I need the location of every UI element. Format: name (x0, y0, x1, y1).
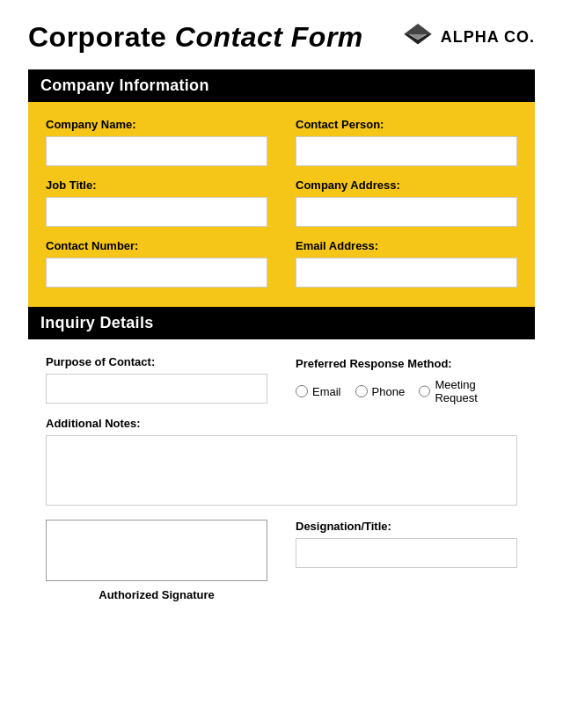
company-name-group: Company Name: (46, 118, 267, 166)
page-header: Corporate Contact Form ALPHA CO. (28, 21, 535, 54)
job-title-group: Job Title: (46, 178, 267, 227)
response-method-col: Preferred Response Method: Email Phone M… (296, 355, 517, 404)
title-italic: Contact Form (175, 21, 363, 53)
email-address-input[interactable] (296, 258, 517, 288)
purpose-col: Purpose of Contact: (46, 355, 267, 404)
company-address-label: Company Address: (296, 178, 517, 192)
logo-icon (402, 22, 434, 54)
designation-input[interactable] (296, 538, 517, 568)
radio-meeting-input[interactable] (419, 385, 430, 397)
company-row-2: Job Title: Company Address: (46, 178, 517, 227)
notes-group: Additional Notes: (46, 417, 517, 506)
contact-number-group: Contact Number: (46, 239, 267, 288)
notes-section: Additional Notes: (46, 417, 517, 506)
job-title-label: Job Title: (46, 178, 267, 192)
radio-phone-input[interactable] (355, 385, 368, 397)
signature-input-box[interactable] (46, 520, 267, 581)
svg-marker-2 (404, 24, 432, 34)
company-logo: ALPHA CO. (402, 22, 535, 54)
signature-row: Authorized Signature Designation/Title: (46, 520, 517, 601)
response-method-radio-group: Email Phone Meeting Request (296, 378, 517, 404)
company-name-input[interactable] (46, 136, 267, 166)
notes-textarea[interactable] (46, 435, 517, 506)
authorized-signature-label: Authorized Signature (99, 588, 214, 601)
inquiry-row-1: Purpose of Contact: Preferred Response M… (46, 355, 517, 404)
inquiry-details-section: Purpose of Contact: Preferred Response M… (28, 339, 535, 617)
designation-group: Designation/Title: (296, 520, 517, 568)
signature-box: Authorized Signature (46, 520, 267, 601)
logo-text: ALPHA CO. (441, 28, 535, 47)
title-plain: Corporate (28, 21, 175, 53)
purpose-label: Purpose of Contact: (46, 355, 267, 368)
radio-email-label: Email (312, 385, 341, 398)
designation-label: Designation/Title: (296, 520, 517, 533)
contact-person-label: Contact Person: (296, 118, 517, 131)
email-address-group: Email Address: (296, 239, 517, 288)
purpose-group: Purpose of Contact: (46, 355, 267, 404)
response-method-label: Preferred Response Method: (296, 357, 452, 370)
radio-phone[interactable]: Phone (355, 385, 406, 398)
radio-meeting-label: Meeting Request (435, 378, 517, 404)
inquiry-section-label: Inquiry Details (40, 314, 154, 331)
radio-email[interactable]: Email (296, 385, 341, 398)
company-address-input[interactable] (296, 197, 517, 227)
company-section-header: Company Information (28, 69, 535, 102)
radio-meeting-request[interactable]: Meeting Request (419, 378, 517, 404)
company-address-group: Company Address: (296, 178, 517, 227)
company-information-section: Company Name: Contact Person: Job Title:… (28, 102, 535, 307)
contact-number-label: Contact Number: (46, 239, 267, 252)
notes-label: Additional Notes: (46, 417, 517, 430)
contact-number-input[interactable] (46, 258, 267, 288)
radio-phone-label: Phone (372, 385, 406, 398)
page-title: Corporate Contact Form (28, 21, 363, 54)
company-name-label: Company Name: (46, 118, 267, 131)
email-address-label: Email Address: (296, 239, 517, 252)
company-row-3: Contact Number: Email Address: (46, 239, 517, 288)
radio-email-input[interactable] (296, 385, 308, 397)
company-section-label: Company Information (40, 76, 209, 94)
contact-person-input[interactable] (296, 136, 517, 166)
purpose-input[interactable] (46, 374, 267, 404)
inquiry-section-header: Inquiry Details (28, 307, 535, 339)
company-row-1: Company Name: Contact Person: (46, 118, 517, 166)
job-title-input[interactable] (46, 197, 267, 227)
contact-person-group: Contact Person: (296, 118, 517, 166)
